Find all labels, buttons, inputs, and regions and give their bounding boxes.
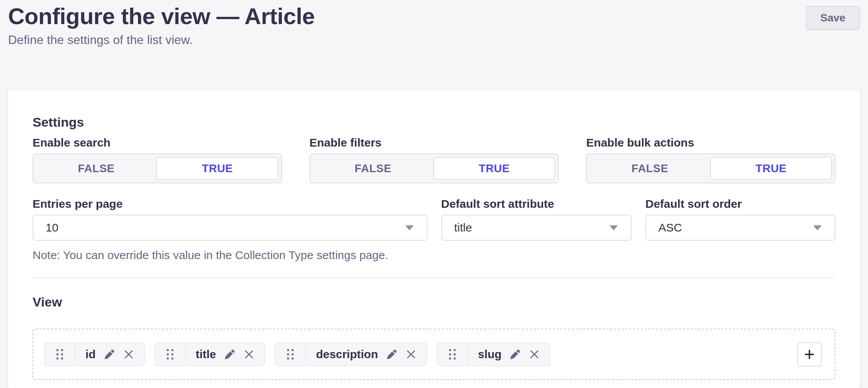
save-button[interactable]: Save (806, 6, 860, 30)
select-value: 10 (46, 221, 58, 234)
enable-search-toggle: FALSE TRUE (33, 153, 282, 183)
remove-icon[interactable] (123, 349, 134, 360)
field-chip: description (275, 342, 427, 366)
chevron-down-icon (813, 225, 822, 230)
settings-heading: Settings (33, 114, 835, 130)
select-field-entries-per-page: Entries per page 10 Note: You can overri… (33, 197, 427, 262)
field-chip-body: title (186, 343, 264, 365)
entries-per-page-select[interactable]: 10 (33, 215, 427, 241)
field-label: Default sort order (645, 197, 835, 211)
drag-handle-icon[interactable] (45, 343, 75, 365)
edit-icon[interactable] (509, 348, 521, 360)
page-subtitle: Define the settings of the list view. (8, 33, 315, 47)
edit-icon[interactable] (103, 348, 116, 360)
field-label: Enable filters (310, 136, 559, 150)
chevron-down-icon (405, 225, 414, 230)
select-field-default-sort-order: Default sort order ASC (645, 197, 835, 262)
field-chip-body: description (306, 343, 426, 365)
select-value: title (454, 221, 472, 234)
field-label: Default sort attribute (441, 197, 632, 211)
field-chip-label: id (85, 348, 96, 361)
toggle-true-option[interactable]: TRUE (710, 157, 832, 180)
drag-handle-icon[interactable] (437, 343, 468, 365)
field-chip-label: description (316, 348, 378, 361)
toggle-field-enable-bulk-actions: Enable bulk actions FALSE TRUE (586, 136, 835, 183)
edit-icon[interactable] (386, 348, 398, 360)
toggle-true-option[interactable]: TRUE (433, 157, 555, 180)
page-header-text: Configure the view — Article Define the … (8, 4, 315, 47)
toggles-row: Enable search FALSE TRUE Enable filters … (33, 136, 835, 183)
field-chip-label: slug (478, 348, 502, 361)
field-chip: title (154, 342, 265, 366)
view-heading: View (33, 294, 835, 310)
settings-card: Settings Enable search FALSE TRUE Enable… (8, 90, 860, 388)
entries-per-page-note: Note: You can override this value in the… (33, 248, 427, 262)
toggle-field-enable-filters: Enable filters FALSE TRUE (310, 136, 559, 183)
page-header: Configure the view — Article Define the … (8, 4, 860, 47)
remove-icon[interactable] (244, 349, 254, 360)
field-label: Enable search (33, 136, 282, 150)
field-label: Enable bulk actions (586, 136, 835, 150)
toggle-true-option[interactable]: TRUE (156, 157, 278, 180)
field-chip: slug (437, 342, 551, 366)
remove-icon[interactable] (529, 349, 540, 360)
field-chip-body: id (75, 343, 144, 365)
field-chip-label: title (196, 348, 216, 361)
toggle-false-option[interactable]: FALSE (313, 157, 433, 180)
section-divider (33, 277, 835, 278)
default-sort-attribute-select[interactable]: title (441, 215, 632, 241)
select-field-default-sort-attribute: Default sort attribute title (441, 197, 632, 262)
default-sort-order-select[interactable]: ASC (645, 215, 835, 241)
add-field-button[interactable]: + (797, 342, 822, 367)
select-value: ASC (658, 221, 682, 234)
edit-icon[interactable] (224, 348, 236, 360)
field-chip: id (44, 342, 145, 366)
toggle-false-option[interactable]: FALSE (590, 157, 710, 180)
toggle-false-option[interactable]: FALSE (36, 157, 156, 180)
enable-bulk-actions-toggle: FALSE TRUE (586, 153, 835, 183)
configure-view-page: Configure the view — Article Define the … (0, 0, 868, 388)
toggle-field-enable-search: Enable search FALSE TRUE (33, 136, 282, 183)
enable-filters-toggle: FALSE TRUE (310, 153, 559, 183)
drag-handle-icon[interactable] (155, 343, 186, 365)
field-label: Entries per page (33, 197, 427, 211)
remove-icon[interactable] (406, 349, 416, 360)
selects-row: Entries per page 10 Note: You can overri… (33, 197, 835, 262)
page-title: Configure the view — Article (8, 4, 315, 29)
field-chip-body: slug (468, 343, 550, 365)
displayed-fields-dropzone: id (33, 329, 835, 380)
drag-handle-icon[interactable] (275, 343, 306, 365)
chevron-down-icon (609, 225, 618, 230)
